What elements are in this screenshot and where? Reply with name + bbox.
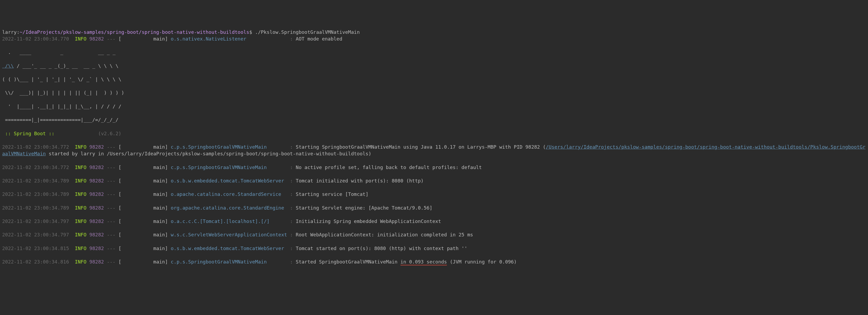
log-level: INFO xyxy=(75,259,86,264)
logger: o.s.b.w.embedded.tomcat.TomcatWebServer xyxy=(171,246,287,251)
separator: --- xyxy=(104,164,118,170)
log-line-3: 2022-11-02 23:00:34.789 INFO 98282 --- [… xyxy=(2,177,866,184)
banner-rest: / ___'_ __ _ _(_)_ __ __ _ \ \ \ \ xyxy=(14,63,118,69)
pid: 98282 xyxy=(89,191,104,197)
message: Root WebApplicationContext: initializati… xyxy=(296,232,473,238)
banner-line-4: \\/ ___)| |_)| | | | | || (_| | ) ) ) ) xyxy=(2,89,866,96)
separator: --- xyxy=(104,191,118,197)
pid: 98282 xyxy=(89,36,104,41)
colon: : xyxy=(290,246,293,251)
log-line-6: 2022-11-02 23:00:34.797 INFO 98282 --- [… xyxy=(2,218,866,225)
thread: [ main] xyxy=(119,191,168,197)
thread: [ main] xyxy=(119,164,168,170)
colon: : xyxy=(290,259,293,264)
thread: [ main] xyxy=(119,246,168,251)
prompt-line: larry:~/IdeaProjects/pkslow-samples/spri… xyxy=(2,29,866,35)
message-pre: Starting SpringbootGraalVMNativeMain usi… xyxy=(296,144,546,150)
timestamp: 2022-11-02 23:00:34.789 xyxy=(2,178,69,184)
logger: w.s.c.ServletWebServerApplicationContext xyxy=(171,232,287,238)
logger: c.p.s.SpringbootGraalVMNativeMain xyxy=(171,164,287,170)
logger: o.apache.catalina.core.StandardService xyxy=(171,191,287,197)
timestamp: 2022-11-02 23:00:34.816 xyxy=(2,259,69,264)
separator: --- xyxy=(104,232,118,238)
message: Starting Servlet engine: [Apache Tomcat/… xyxy=(296,205,432,211)
logger: c.p.s.SpringbootGraalVMNativeMain xyxy=(171,144,287,150)
pid: 98282 xyxy=(89,144,104,150)
colon: : xyxy=(290,218,293,224)
message: No active profile set, falling back to d… xyxy=(296,164,482,170)
colon: : xyxy=(290,205,293,211)
message: Tomcat started on port(s): 8080 (http) w… xyxy=(296,246,467,251)
thread: [ main] xyxy=(119,144,168,150)
timestamp: 2022-11-02 23:00:34.770 xyxy=(2,36,69,41)
separator: --- xyxy=(104,259,118,264)
timestamp: 2022-11-02 23:00:34.772 xyxy=(2,164,69,170)
separator: --- xyxy=(104,246,118,251)
logger: o.s.b.w.embedded.tomcat.TomcatWebServer xyxy=(171,178,287,184)
log-line-9: 2022-11-02 23:00:34.816 INFO 98282 --- [… xyxy=(2,258,866,265)
log-line-7: 2022-11-02 23:00:34.797 INFO 98282 --- [… xyxy=(2,231,866,238)
thread: [ main] xyxy=(119,232,168,238)
banner-link[interactable]: /\\ xyxy=(2,63,14,69)
logger: o.a.c.c.C.[Tomcat].[localhost].[/] xyxy=(171,218,287,224)
message: Starting service [Tomcat] xyxy=(296,191,369,197)
logger: org.apache.catalina.core.StandardEngine xyxy=(171,205,287,211)
message-post: started by larry in /Users/larry/IdeaPro… xyxy=(46,151,372,156)
banner-line-1: . ____ _ __ _ _ xyxy=(2,49,866,56)
thread: [ main] xyxy=(119,259,168,264)
thread: [ main] xyxy=(119,205,168,211)
colon: : xyxy=(290,191,293,197)
prompt-path: ~/IdeaProjects/pkslow-samples/spring-boo… xyxy=(20,29,249,35)
separator: --- xyxy=(104,36,118,41)
log-line-4: 2022-11-02 23:00:34.789 INFO 98282 --- [… xyxy=(2,191,866,197)
startup-time-highlight: in 0.093 seconds xyxy=(400,259,447,265)
log-level: INFO xyxy=(75,191,86,197)
pid: 98282 xyxy=(89,232,104,238)
timestamp: 2022-11-02 23:00:34.815 xyxy=(2,246,69,251)
log-line-0: 2022-11-02 23:00:34.770 INFO 98282 --- [… xyxy=(2,35,866,42)
pid: 98282 xyxy=(89,164,104,170)
thread: [ main] xyxy=(119,218,168,224)
timestamp: 2022-11-02 23:00:34.797 xyxy=(2,218,69,224)
message-pre: Started SpringbootGraalVMNativeMain xyxy=(296,259,400,264)
logger: o.s.nativex.NativeListener xyxy=(171,36,287,41)
separator: --- xyxy=(104,178,118,184)
spring-boot-version: (v2.6.2) xyxy=(98,131,122,136)
pid: 98282 xyxy=(89,246,104,251)
separator: --- xyxy=(104,144,118,150)
banner-line-3: ( ( )\___ | '_ | '_| | '_ \/ _` | \ \ \ … xyxy=(2,76,866,83)
banner-footer: :: Spring Boot :: (v2.6.2) xyxy=(2,130,866,137)
log-line-8: 2022-11-02 23:00:34.815 INFO 98282 --- [… xyxy=(2,245,866,252)
colon: : xyxy=(290,36,293,41)
logger: c.p.s.SpringbootGraalVMNativeMain xyxy=(171,259,287,264)
banner-line-6: =========|_|==============|___/=/_/_/_/ xyxy=(2,117,866,123)
log-level: INFO xyxy=(75,36,86,41)
log-level: INFO xyxy=(75,178,86,184)
banner-line-2: /\\ / ___'_ __ _ _(_)_ __ __ _ \ \ \ \ xyxy=(2,63,866,69)
command: ./Pkslow.SpringbootGraalVMNativeMain xyxy=(252,29,360,35)
log-level: INFO xyxy=(75,246,86,251)
message: Tomcat initialized with port(s): 8080 (h… xyxy=(296,178,424,184)
timestamp: 2022-11-02 23:00:34.789 xyxy=(2,191,69,197)
pid: 98282 xyxy=(89,259,104,264)
banner-spacer xyxy=(55,131,98,136)
prompt-dollar: $ xyxy=(249,29,252,35)
pid: 98282 xyxy=(89,178,104,184)
log-level: INFO xyxy=(75,232,86,238)
spring-boot-label: :: Spring Boot :: xyxy=(2,131,55,136)
log-line-5: 2022-11-02 23:00:34.789 INFO 98282 --- [… xyxy=(2,204,866,211)
pid: 98282 xyxy=(89,205,104,211)
banner-line-5: ' |____| .__|_| |_|_| |_\__, | / / / / xyxy=(2,103,866,110)
colon: : xyxy=(290,144,293,150)
timestamp: 2022-11-02 23:00:34.772 xyxy=(2,144,69,150)
log-level: INFO xyxy=(75,144,86,150)
thread: [ main] xyxy=(119,36,168,41)
message-post: (JVM running for 0.096) xyxy=(447,259,517,264)
timestamp: 2022-11-02 23:00:34.797 xyxy=(2,232,69,238)
pid: 98282 xyxy=(89,218,104,224)
log-level: INFO xyxy=(75,205,86,211)
thread: [ main] xyxy=(119,178,168,184)
colon: : xyxy=(290,178,293,184)
log-level: INFO xyxy=(75,218,86,224)
log-line-2: 2022-11-02 23:00:34.772 INFO 98282 --- [… xyxy=(2,164,866,171)
